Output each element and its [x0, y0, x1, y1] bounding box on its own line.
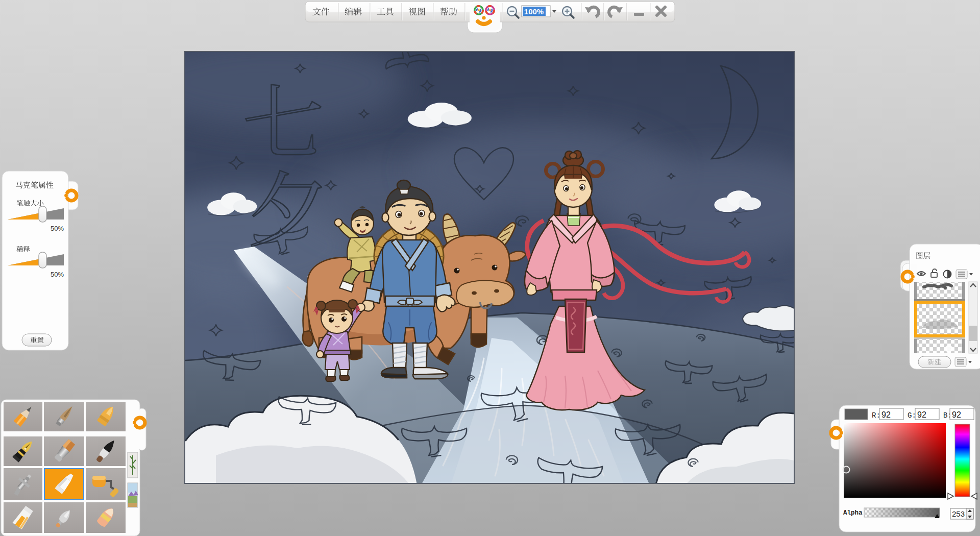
svg-text:50%: 50% — [51, 271, 64, 278]
svg-text:92: 92 — [881, 410, 891, 419]
svg-text:G:: G: — [908, 411, 916, 420]
svg-text:92: 92 — [952, 410, 961, 419]
svg-text:253: 253 — [952, 509, 965, 518]
svg-text:100%: 100% — [524, 7, 544, 16]
svg-text:50%: 50% — [51, 225, 64, 232]
svg-text:R:: R: — [872, 411, 880, 420]
svg-text:Alpha: Alpha — [843, 509, 863, 517]
svg-text:92: 92 — [917, 410, 926, 419]
